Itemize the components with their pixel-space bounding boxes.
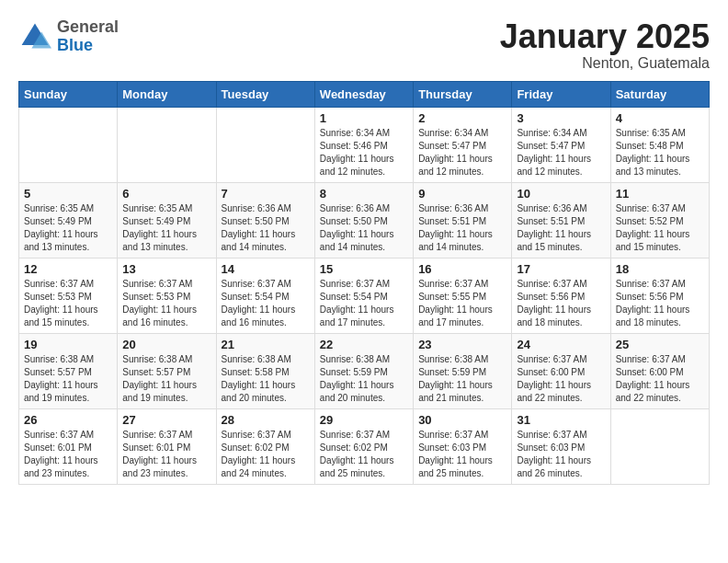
day-info: Sunrise: 6:35 AM Sunset: 5:48 PM Dayligh…	[616, 127, 704, 178]
calendar-cell: 23Sunrise: 6:38 AM Sunset: 5:59 PM Dayli…	[414, 333, 512, 408]
day-info: Sunrise: 6:37 AM Sunset: 6:01 PM Dayligh…	[122, 429, 210, 480]
calendar-cell: 15Sunrise: 6:37 AM Sunset: 5:54 PM Dayli…	[314, 258, 413, 333]
day-number: 3	[517, 111, 605, 125]
calendar-week-1: 1Sunrise: 6:34 AM Sunset: 5:46 PM Daylig…	[19, 107, 710, 182]
calendar-cell: 6Sunrise: 6:35 AM Sunset: 5:49 PM Daylig…	[118, 182, 216, 258]
day-info: Sunrise: 6:38 AM Sunset: 5:57 PM Dayligh…	[24, 353, 112, 405]
day-info: Sunrise: 6:37 AM Sunset: 6:03 PM Dayligh…	[418, 429, 506, 480]
logo-blue: Blue	[57, 36, 93, 54]
calendar-cell	[610, 408, 709, 484]
day-number: 29	[320, 413, 408, 427]
calendar-cell: 4Sunrise: 6:35 AM Sunset: 5:48 PM Daylig…	[610, 107, 709, 182]
page-header: General Blue January 2025 Nenton, Guatem…	[18, 18, 710, 72]
calendar-header-row: SundayMondayTuesdayWednesdayThursdayFrid…	[19, 81, 710, 107]
day-number: 30	[418, 413, 506, 427]
title-block: January 2025 Nenton, Guatemala	[500, 18, 710, 72]
day-number: 25	[616, 338, 704, 351]
day-info: Sunrise: 6:37 AM Sunset: 5:55 PM Dayligh…	[418, 278, 506, 329]
calendar-cell: 7Sunrise: 6:36 AM Sunset: 5:50 PM Daylig…	[216, 182, 314, 258]
month-title: January 2025	[500, 18, 710, 55]
calendar-cell: 27Sunrise: 6:37 AM Sunset: 6:01 PM Dayli…	[118, 408, 216, 484]
calendar-week-4: 19Sunrise: 6:38 AM Sunset: 5:57 PM Dayli…	[19, 333, 710, 408]
day-number: 15	[320, 262, 408, 276]
day-info: Sunrise: 6:37 AM Sunset: 5:56 PM Dayligh…	[517, 278, 605, 329]
calendar-cell: 31Sunrise: 6:37 AM Sunset: 6:03 PM Dayli…	[512, 408, 610, 484]
day-info: Sunrise: 6:37 AM Sunset: 6:02 PM Dayligh…	[320, 429, 408, 480]
day-info: Sunrise: 6:38 AM Sunset: 5:59 PM Dayligh…	[320, 353, 408, 405]
day-info: Sunrise: 6:36 AM Sunset: 5:51 PM Dayligh…	[517, 202, 605, 254]
day-number: 13	[122, 262, 210, 276]
day-number: 20	[122, 338, 210, 351]
day-info: Sunrise: 6:35 AM Sunset: 5:49 PM Dayligh…	[24, 202, 112, 254]
calendar-week-2: 5Sunrise: 6:35 AM Sunset: 5:49 PM Daylig…	[19, 182, 710, 258]
day-number: 5	[24, 187, 112, 201]
calendar-cell: 11Sunrise: 6:37 AM Sunset: 5:52 PM Dayli…	[610, 182, 709, 258]
calendar-cell: 26Sunrise: 6:37 AM Sunset: 6:01 PM Dayli…	[19, 408, 118, 484]
day-number: 21	[222, 338, 310, 351]
day-number: 9	[418, 187, 506, 201]
day-number: 2	[418, 111, 506, 125]
day-info: Sunrise: 6:37 AM Sunset: 6:02 PM Dayligh…	[222, 429, 310, 480]
calendar-cell: 29Sunrise: 6:37 AM Sunset: 6:02 PM Dayli…	[314, 408, 413, 484]
calendar-cell: 20Sunrise: 6:38 AM Sunset: 5:57 PM Dayli…	[118, 333, 216, 408]
day-info: Sunrise: 6:36 AM Sunset: 5:50 PM Dayligh…	[320, 202, 408, 254]
calendar-cell: 30Sunrise: 6:37 AM Sunset: 6:03 PM Dayli…	[414, 408, 512, 484]
day-number: 11	[616, 187, 704, 201]
day-number: 18	[616, 262, 704, 276]
day-number: 23	[418, 338, 506, 351]
day-info: Sunrise: 6:34 AM Sunset: 5:47 PM Dayligh…	[517, 127, 605, 178]
day-number: 26	[24, 413, 112, 427]
calendar-cell: 13Sunrise: 6:37 AM Sunset: 5:53 PM Dayli…	[118, 258, 216, 333]
calendar-cell: 28Sunrise: 6:37 AM Sunset: 6:02 PM Dayli…	[216, 408, 314, 484]
logo: General Blue	[18, 18, 119, 55]
calendar-cell: 5Sunrise: 6:35 AM Sunset: 5:49 PM Daylig…	[19, 182, 118, 258]
calendar-cell: 2Sunrise: 6:34 AM Sunset: 5:47 PM Daylig…	[414, 107, 512, 182]
day-number: 6	[122, 187, 210, 201]
calendar-cell	[118, 107, 216, 182]
weekday-header-monday: Monday	[118, 81, 216, 107]
day-number: 14	[222, 262, 310, 276]
day-info: Sunrise: 6:36 AM Sunset: 5:51 PM Dayligh…	[418, 202, 506, 254]
weekday-header-saturday: Saturday	[610, 81, 709, 107]
calendar-cell: 24Sunrise: 6:37 AM Sunset: 6:00 PM Dayli…	[512, 333, 610, 408]
day-number: 8	[320, 187, 408, 201]
calendar-cell: 17Sunrise: 6:37 AM Sunset: 5:56 PM Dayli…	[512, 258, 610, 333]
day-info: Sunrise: 6:38 AM Sunset: 5:58 PM Dayligh…	[222, 353, 310, 405]
day-info: Sunrise: 6:37 AM Sunset: 6:00 PM Dayligh…	[616, 353, 704, 405]
day-info: Sunrise: 6:37 AM Sunset: 6:01 PM Dayligh…	[24, 429, 112, 480]
day-info: Sunrise: 6:34 AM Sunset: 5:47 PM Dayligh…	[418, 127, 506, 178]
day-info: Sunrise: 6:37 AM Sunset: 6:03 PM Dayligh…	[517, 429, 605, 480]
day-info: Sunrise: 6:37 AM Sunset: 5:56 PM Dayligh…	[616, 278, 704, 329]
day-number: 19	[24, 338, 112, 351]
logo-text: General Blue	[57, 18, 119, 55]
day-info: Sunrise: 6:36 AM Sunset: 5:50 PM Dayligh…	[222, 202, 310, 254]
day-info: Sunrise: 6:37 AM Sunset: 5:54 PM Dayligh…	[222, 278, 310, 329]
weekday-header-tuesday: Tuesday	[216, 81, 314, 107]
day-info: Sunrise: 6:37 AM Sunset: 5:53 PM Dayligh…	[122, 278, 210, 329]
calendar-cell: 3Sunrise: 6:34 AM Sunset: 5:47 PM Daylig…	[512, 107, 610, 182]
calendar-cell: 10Sunrise: 6:36 AM Sunset: 5:51 PM Dayli…	[512, 182, 610, 258]
day-info: Sunrise: 6:38 AM Sunset: 5:57 PM Dayligh…	[122, 353, 210, 405]
calendar-table: SundayMondayTuesdayWednesdayThursdayFrid…	[18, 81, 710, 485]
day-number: 17	[517, 262, 605, 276]
calendar-cell: 14Sunrise: 6:37 AM Sunset: 5:54 PM Dayli…	[216, 258, 314, 333]
calendar-cell: 1Sunrise: 6:34 AM Sunset: 5:46 PM Daylig…	[314, 107, 413, 182]
calendar-cell: 19Sunrise: 6:38 AM Sunset: 5:57 PM Dayli…	[19, 333, 118, 408]
weekday-header-friday: Friday	[512, 81, 610, 107]
calendar-cell: 22Sunrise: 6:38 AM Sunset: 5:59 PM Dayli…	[314, 333, 413, 408]
day-number: 1	[320, 111, 408, 125]
calendar-cell: 18Sunrise: 6:37 AM Sunset: 5:56 PM Dayli…	[610, 258, 709, 333]
day-number: 10	[517, 187, 605, 201]
day-info: Sunrise: 6:37 AM Sunset: 5:52 PM Dayligh…	[616, 202, 704, 254]
day-number: 12	[24, 262, 112, 276]
logo-icon	[18, 20, 51, 53]
day-number: 31	[517, 413, 605, 427]
weekday-header-wednesday: Wednesday	[314, 81, 413, 107]
calendar-cell: 8Sunrise: 6:36 AM Sunset: 5:50 PM Daylig…	[314, 182, 413, 258]
day-info: Sunrise: 6:35 AM Sunset: 5:49 PM Dayligh…	[122, 202, 210, 254]
day-number: 16	[418, 262, 506, 276]
day-number: 28	[222, 413, 310, 427]
calendar-cell	[19, 107, 118, 182]
day-info: Sunrise: 6:34 AM Sunset: 5:46 PM Dayligh…	[320, 127, 408, 178]
calendar-cell: 16Sunrise: 6:37 AM Sunset: 5:55 PM Dayli…	[414, 258, 512, 333]
